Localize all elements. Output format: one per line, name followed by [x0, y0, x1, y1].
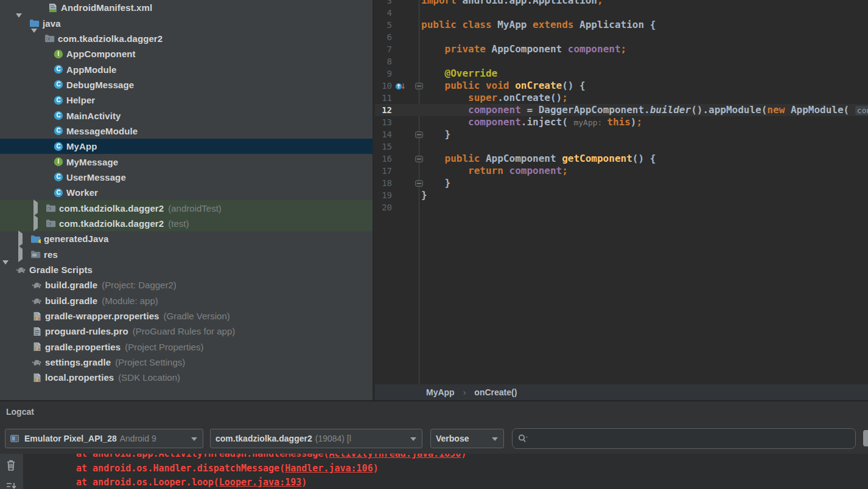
manifest-file-icon: [47, 2, 58, 13]
gradle-icon: [32, 357, 42, 367]
tree-row-gradle-wrapper-properties[interactable]: gradle-wrapper.properties(Gradle Version…: [0, 308, 373, 324]
partial-button[interactable]: [863, 430, 868, 446]
chevron-collapsed-icon[interactable]: [32, 203, 40, 213]
tree-row-res[interactable]: res: [0, 247, 373, 262]
tree-row-annotation: (test): [168, 218, 189, 229]
tree-row-appmodule[interactable]: CAppModule: [0, 61, 373, 77]
tree-row-build-gradle[interactable]: build.gradle(Project: Dagger2): [0, 277, 373, 293]
tree-row-local-properties[interactable]: local.properties(SDK Location): [0, 370, 373, 385]
device-selector-dropdown[interactable]: Emulator Pixel_API_28 Android 9: [5, 429, 203, 448]
code-text: import android.app.Application;: [421, 0, 603, 7]
file-icon: [32, 326, 42, 336]
class-icon: C: [53, 172, 63, 182]
code-line-11[interactable]: 11 super.onCreate();: [375, 92, 868, 104]
line-number: 10: [375, 80, 392, 92]
tree-row-mainactivity[interactable]: CMainActivity: [0, 108, 373, 123]
tree-row-worker[interactable]: CWorker: [0, 185, 373, 200]
code-line-20[interactable]: 20: [375, 201, 868, 213]
properties-icon: [32, 342, 42, 352]
code-line-9[interactable]: 9 @Override: [375, 68, 868, 80]
code-line-8[interactable]: 8: [375, 55, 868, 68]
code-line-14[interactable]: 14 }: [375, 128, 868, 140]
breadcrumb-method[interactable]: onCreate(): [474, 387, 517, 397]
tree-row-com-tkadziolka-dagger2[interactable]: com.tkadziolka.dagger2(androidTest): [0, 200, 373, 215]
tree-row-label: MainActivity: [66, 111, 121, 121]
tree-row-proguard-rules-pro[interactable]: proguard-rules.pro(ProGuard Rules for ap…: [0, 324, 373, 339]
class-icon: C: [53, 141, 63, 151]
code-line-7[interactable]: 7 private AppComponent component;: [375, 43, 868, 55]
process-selector-dropdown[interactable]: com.tkadziolka.dagger2 (19084) [l: [210, 429, 422, 448]
tree-row-label: MyMessage: [66, 157, 118, 167]
override-method-gutter-icon[interactable]: [395, 82, 406, 90]
chevron-expanded-icon[interactable]: [30, 33, 39, 44]
logcat-search-box[interactable]: [512, 428, 856, 449]
svg-text:C: C: [56, 66, 60, 72]
code-line-3[interactable]: 3import android.app.Application;: [375, 0, 868, 7]
breadcrumb-class[interactable]: MyApp: [426, 387, 455, 397]
code-text: component.inject( myApp: this);: [421, 116, 642, 129]
code-line-4[interactable]: 4: [375, 7, 868, 19]
svg-text:C: C: [56, 128, 60, 134]
tree-row-gradle-properties[interactable]: gradle.properties(Project Properties): [0, 339, 373, 355]
code-line-6[interactable]: 6: [375, 31, 868, 43]
stacktrace-link[interactable]: Handler.java:106: [285, 463, 373, 474]
line-number: 17: [375, 165, 392, 177]
code-line-18[interactable]: 18 }: [375, 177, 868, 189]
tree-row-debugmessage[interactable]: CDebugMessage: [0, 77, 373, 92]
breadcrumb-chevron-icon: ›: [463, 387, 466, 397]
tree-row-label: MyApp: [66, 141, 97, 151]
svg-text:C: C: [56, 189, 60, 196]
tree-row-label: UserMessage: [66, 172, 126, 182]
class-icon: C: [53, 187, 63, 198]
code-line-13[interactable]: 13 component.inject( myApp: this);: [375, 116, 868, 128]
folder-res-icon: [30, 249, 41, 260]
svg-text:C: C: [56, 174, 60, 181]
folder-package-icon: [46, 203, 56, 213]
chevron-collapsed-icon[interactable]: [32, 218, 40, 229]
stacktrace-link[interactable]: Looper.java:193: [219, 477, 301, 488]
tree-row-annotation: (androidTest): [168, 203, 222, 213]
code-line-12[interactable]: 12 component = DaggerAppComponent.builde…: [375, 104, 868, 116]
tree-row-appcomponent[interactable]: IAppComponent: [0, 46, 373, 61]
tree-row-com-tkadziolka-dagger2[interactable]: com.tkadziolka.dagger2(test): [0, 216, 373, 231]
code-line-17[interactable]: 17 return component;: [375, 165, 868, 177]
tree-row-messagemodule[interactable]: CMessageModule: [0, 123, 373, 139]
tree-row-com-tkadziolka-dagger2[interactable]: com.tkadziolka.dagger2: [0, 31, 373, 46]
scroll-to-end-button[interactable]: [5, 482, 17, 489]
tree-row-usermessage[interactable]: CUserMessage: [0, 170, 373, 185]
tree-row-gradle-scripts[interactable]: Gradle Scripts: [0, 262, 373, 277]
chevron-collapsed-icon[interactable]: [16, 234, 25, 244]
tree-row-build-gradle[interactable]: build.gradle(Module: app): [0, 293, 373, 308]
chevron-expanded-icon[interactable]: [15, 18, 24, 29]
search-input[interactable]: [532, 433, 850, 444]
code-line-10[interactable]: 10 public void onCreate() {: [375, 80, 868, 92]
logcat-tab-title[interactable]: Logcat: [6, 407, 34, 417]
code-line-16[interactable]: 16 public AppComponent getComponent() {: [375, 153, 868, 165]
code-text: private AppComponent component;: [421, 43, 626, 55]
line-number: 12: [375, 104, 392, 116]
tree-row-myapp[interactable]: CMyApp: [0, 139, 373, 154]
tree-row-generatedjava[interactable]: ✱generatedJava: [0, 231, 373, 246]
code-line-15[interactable]: 15: [375, 140, 868, 153]
chevron-expanded-icon[interactable]: [2, 265, 10, 276]
tree-row-label: com.tkadziolka.dagger2: [58, 33, 163, 44]
tree-row-mymessage[interactable]: IMyMessage: [0, 154, 373, 169]
tree-row-androidmanifest-xml[interactable]: AndroidManifest.xml: [0, 0, 373, 15]
tree-row-label: build.gradle: [45, 296, 97, 306]
log-line: at android.os.Looper.loop(Looper.java:19…: [23, 476, 868, 489]
clear-logcat-button[interactable]: [5, 459, 17, 474]
chevron-collapsed-icon[interactable]: [16, 249, 25, 260]
code-text: public AppComponent getComponent() {: [421, 153, 656, 165]
log-level-dropdown[interactable]: Verbose: [430, 429, 504, 448]
tree-row-java[interactable]: java: [0, 15, 373, 30]
tree-row-helper[interactable]: CHelper: [0, 92, 373, 108]
code-line-5[interactable]: 5public class MyApp extends Application …: [375, 19, 868, 31]
code-editor[interactable]: 3import android.app.Application;45public…: [375, 0, 868, 384]
line-number: 20: [375, 201, 392, 213]
tree-row-label: proguard-rules.pro: [45, 326, 128, 336]
stacktrace-link[interactable]: ActivityThread.java:1650: [329, 454, 461, 459]
tree-row-settings-gradle[interactable]: settings.gradle(Project Settings): [0, 355, 373, 370]
line-number: 4: [375, 7, 392, 19]
tree-row-label: MessageModule: [66, 126, 138, 136]
code-line-19[interactable]: 19}: [375, 189, 868, 201]
